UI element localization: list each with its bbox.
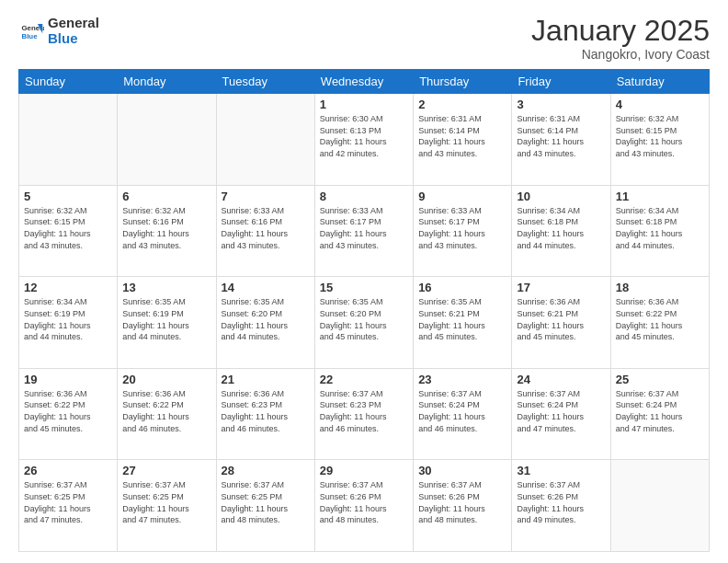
- day-of-week-header: Saturday: [610, 70, 709, 94]
- day-info: Sunrise: 6:36 AM Sunset: 6:22 PM Dayligh…: [24, 388, 112, 434]
- day-number: 20: [122, 373, 210, 386]
- calendar-cell: [216, 94, 314, 186]
- calendar-cell: 20Sunrise: 6:36 AM Sunset: 6:22 PM Dayli…: [118, 368, 216, 460]
- day-info: Sunrise: 6:37 AM Sunset: 6:24 PM Dayligh…: [418, 388, 506, 434]
- day-number: 19: [24, 373, 112, 386]
- day-number: 6: [122, 190, 210, 203]
- day-number: 22: [320, 373, 408, 386]
- calendar-cell: 6Sunrise: 6:32 AM Sunset: 6:16 PM Daylig…: [118, 185, 216, 277]
- day-number: 26: [24, 464, 112, 477]
- calendar-cell: 26Sunrise: 6:37 AM Sunset: 6:25 PM Dayli…: [19, 460, 118, 552]
- day-info: Sunrise: 6:35 AM Sunset: 6:20 PM Dayligh…: [320, 296, 408, 342]
- calendar-cell: [610, 460, 709, 552]
- calendar-cell: 30Sunrise: 6:37 AM Sunset: 6:26 PM Dayli…: [414, 460, 512, 552]
- day-number: 31: [517, 464, 605, 477]
- day-info: Sunrise: 6:34 AM Sunset: 6:18 PM Dayligh…: [616, 205, 704, 251]
- day-info: Sunrise: 6:37 AM Sunset: 6:25 PM Dayligh…: [24, 479, 112, 525]
- day-info: Sunrise: 6:36 AM Sunset: 6:21 PM Dayligh…: [517, 296, 605, 342]
- calendar-table: SundayMondayTuesdayWednesdayThursdayFrid…: [18, 69, 710, 552]
- calendar-cell: 9Sunrise: 6:33 AM Sunset: 6:17 PM Daylig…: [414, 185, 512, 277]
- calendar-week-row: 26Sunrise: 6:37 AM Sunset: 6:25 PM Dayli…: [19, 460, 710, 552]
- day-number: 25: [616, 373, 704, 386]
- day-info: Sunrise: 6:37 AM Sunset: 6:23 PM Dayligh…: [320, 388, 408, 434]
- day-number: 28: [222, 464, 310, 477]
- day-number: 10: [517, 190, 605, 203]
- calendar-cell: 1Sunrise: 6:30 AM Sunset: 6:13 PM Daylig…: [314, 94, 413, 186]
- day-number: 27: [122, 464, 210, 477]
- day-number: 1: [320, 98, 408, 111]
- calendar-cell: 8Sunrise: 6:33 AM Sunset: 6:17 PM Daylig…: [314, 185, 413, 277]
- day-info: Sunrise: 6:36 AM Sunset: 6:23 PM Dayligh…: [222, 388, 310, 434]
- day-number: 21: [222, 373, 310, 386]
- title-area: January 2025 Nangokro, Ivory Coast: [531, 15, 710, 62]
- day-of-week-header: Thursday: [414, 70, 512, 94]
- calendar-cell: 5Sunrise: 6:32 AM Sunset: 6:15 PM Daylig…: [19, 185, 118, 277]
- calendar-cell: 16Sunrise: 6:35 AM Sunset: 6:21 PM Dayli…: [414, 277, 512, 369]
- day-info: Sunrise: 6:37 AM Sunset: 6:25 PM Dayligh…: [222, 479, 310, 525]
- day-info: Sunrise: 6:34 AM Sunset: 6:18 PM Dayligh…: [517, 205, 605, 251]
- calendar-cell: 12Sunrise: 6:34 AM Sunset: 6:19 PM Dayli…: [19, 277, 118, 369]
- day-number: 17: [517, 281, 605, 294]
- day-number: 7: [222, 190, 310, 203]
- day-info: Sunrise: 6:32 AM Sunset: 6:15 PM Dayligh…: [24, 205, 112, 251]
- day-number: 23: [418, 373, 506, 386]
- day-info: Sunrise: 6:33 AM Sunset: 6:17 PM Dayligh…: [320, 205, 408, 251]
- day-number: 8: [320, 190, 408, 203]
- calendar-cell: 10Sunrise: 6:34 AM Sunset: 6:18 PM Dayli…: [512, 185, 610, 277]
- day-info: Sunrise: 6:37 AM Sunset: 6:24 PM Dayligh…: [517, 388, 605, 434]
- day-of-week-header: Friday: [512, 70, 610, 94]
- day-number: 9: [418, 190, 506, 203]
- month-title: January 2025: [531, 15, 710, 47]
- day-number: 5: [24, 190, 112, 203]
- day-number: 13: [122, 281, 210, 294]
- calendar-cell: 11Sunrise: 6:34 AM Sunset: 6:18 PM Dayli…: [610, 185, 709, 277]
- day-number: 12: [24, 281, 112, 294]
- header: General Blue General Blue January 2025 N…: [18, 15, 710, 62]
- calendar-cell: 27Sunrise: 6:37 AM Sunset: 6:25 PM Dayli…: [118, 460, 216, 552]
- day-number: 18: [616, 281, 704, 294]
- calendar-cell: 14Sunrise: 6:35 AM Sunset: 6:20 PM Dayli…: [216, 277, 314, 369]
- day-info: Sunrise: 6:30 AM Sunset: 6:13 PM Dayligh…: [320, 113, 408, 159]
- day-number: 3: [517, 98, 605, 111]
- day-of-week-header: Wednesday: [314, 70, 413, 94]
- logo-line2: Blue: [48, 30, 99, 46]
- day-number: 11: [616, 190, 704, 203]
- logo-icon: General Blue: [18, 17, 44, 43]
- calendar-cell: 31Sunrise: 6:37 AM Sunset: 6:26 PM Dayli…: [512, 460, 610, 552]
- day-info: Sunrise: 6:36 AM Sunset: 6:22 PM Dayligh…: [122, 388, 210, 434]
- calendar-cell: 3Sunrise: 6:31 AM Sunset: 6:14 PM Daylig…: [512, 94, 610, 186]
- calendar-cell: 28Sunrise: 6:37 AM Sunset: 6:25 PM Dayli…: [216, 460, 314, 552]
- calendar-cell: 25Sunrise: 6:37 AM Sunset: 6:24 PM Dayli…: [610, 368, 709, 460]
- calendar-cell: 2Sunrise: 6:31 AM Sunset: 6:14 PM Daylig…: [414, 94, 512, 186]
- page: General Blue General Blue January 2025 N…: [0, 0, 728, 563]
- day-info: Sunrise: 6:33 AM Sunset: 6:16 PM Dayligh…: [222, 205, 310, 251]
- day-number: 14: [222, 281, 310, 294]
- calendar-cell: 15Sunrise: 6:35 AM Sunset: 6:20 PM Dayli…: [314, 277, 413, 369]
- day-info: Sunrise: 6:37 AM Sunset: 6:26 PM Dayligh…: [418, 479, 506, 525]
- day-info: Sunrise: 6:35 AM Sunset: 6:19 PM Dayligh…: [122, 296, 210, 342]
- day-info: Sunrise: 6:33 AM Sunset: 6:17 PM Dayligh…: [418, 205, 506, 251]
- day-number: 29: [320, 464, 408, 477]
- day-info: Sunrise: 6:34 AM Sunset: 6:19 PM Dayligh…: [24, 296, 112, 342]
- logo: General Blue General Blue: [18, 15, 99, 47]
- day-of-week-header: Monday: [118, 70, 216, 94]
- day-info: Sunrise: 6:37 AM Sunset: 6:25 PM Dayligh…: [122, 479, 210, 525]
- logo-line1: General: [48, 15, 99, 30]
- day-info: Sunrise: 6:37 AM Sunset: 6:26 PM Dayligh…: [517, 479, 605, 525]
- calendar-cell: 23Sunrise: 6:37 AM Sunset: 6:24 PM Dayli…: [414, 368, 512, 460]
- day-number: 30: [418, 464, 506, 477]
- calendar-week-row: 12Sunrise: 6:34 AM Sunset: 6:19 PM Dayli…: [19, 277, 710, 369]
- day-of-week-header: Tuesday: [216, 70, 314, 94]
- calendar-week-row: 19Sunrise: 6:36 AM Sunset: 6:22 PM Dayli…: [19, 368, 710, 460]
- day-info: Sunrise: 6:32 AM Sunset: 6:15 PM Dayligh…: [616, 113, 704, 159]
- calendar-cell: 22Sunrise: 6:37 AM Sunset: 6:23 PM Dayli…: [314, 368, 413, 460]
- calendar-header-row: SundayMondayTuesdayWednesdayThursdayFrid…: [19, 70, 710, 94]
- calendar-cell: 29Sunrise: 6:37 AM Sunset: 6:26 PM Dayli…: [314, 460, 413, 552]
- calendar-week-row: 5Sunrise: 6:32 AM Sunset: 6:15 PM Daylig…: [19, 185, 710, 277]
- day-number: 16: [418, 281, 506, 294]
- day-info: Sunrise: 6:37 AM Sunset: 6:26 PM Dayligh…: [320, 479, 408, 525]
- calendar-cell: [19, 94, 118, 186]
- calendar-cell: 19Sunrise: 6:36 AM Sunset: 6:22 PM Dayli…: [19, 368, 118, 460]
- calendar-cell: 21Sunrise: 6:36 AM Sunset: 6:23 PM Dayli…: [216, 368, 314, 460]
- day-info: Sunrise: 6:35 AM Sunset: 6:21 PM Dayligh…: [418, 296, 506, 342]
